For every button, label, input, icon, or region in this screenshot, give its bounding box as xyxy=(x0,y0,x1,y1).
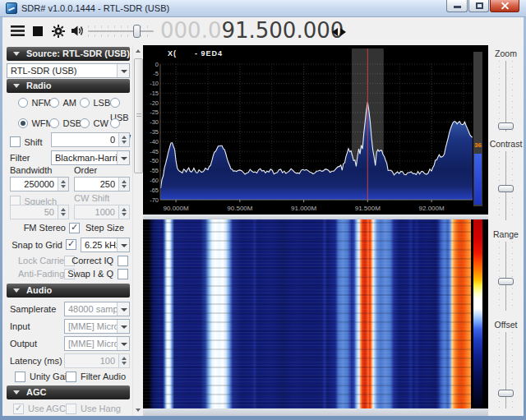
tune-down-icon[interactable] xyxy=(332,28,338,36)
svg-text:-40: -40 xyxy=(150,138,159,145)
svg-text:-30: -30 xyxy=(150,118,159,126)
audio-output-select[interactable]: [MME] Microsoft Soun xyxy=(64,336,130,351)
swap-iq-checkbox[interactable] xyxy=(118,269,128,279)
panel-scrollbar[interactable] xyxy=(132,45,143,416)
scroll-down-icon[interactable] xyxy=(133,404,143,416)
svg-text:-55: -55 xyxy=(150,167,159,174)
titlebar[interactable]: SDR# v1.0.0.1444 - RTL-SDR (USB) xyxy=(0,0,526,17)
maximize-button[interactable] xyxy=(468,0,489,12)
unity-gain-checkbox[interactable] xyxy=(15,372,25,382)
use-agc-checkbox xyxy=(13,404,24,414)
spinner-icon[interactable] xyxy=(118,133,129,146)
spectrum-panel[interactable]: X(- 9ED4 0-5-10-15-20-25-30-35-40-45-50-… xyxy=(143,45,488,215)
waterfall-color-scale xyxy=(473,219,482,408)
menu-icon[interactable] xyxy=(11,25,25,37)
frequency-leading-zeros: 000.0 xyxy=(160,18,221,43)
collapse-icon xyxy=(13,52,20,56)
radio-usb[interactable] xyxy=(110,98,120,108)
close-icon xyxy=(501,2,510,11)
offset-slider[interactable]: Offset xyxy=(488,320,524,410)
zoom-slider-label: Zoom xyxy=(488,48,524,58)
svg-text:-15: -15 xyxy=(150,90,159,97)
spinner-icon[interactable] xyxy=(118,178,129,191)
use-hang-checkbox xyxy=(66,404,76,414)
minimize-icon xyxy=(454,6,461,8)
volume-track xyxy=(88,30,154,32)
cw-shift-input xyxy=(74,205,130,219)
settings-gear-icon[interactable] xyxy=(51,24,66,39)
range-slider-thumb[interactable] xyxy=(498,278,514,285)
radio-lsb[interactable] xyxy=(80,98,90,108)
dropdown-arrow-icon xyxy=(117,238,129,252)
shift-checkbox[interactable] xyxy=(10,136,21,147)
spinner-icon[interactable] xyxy=(118,354,129,367)
section-header-source[interactable]: Source: RTL-SDR (USB) xyxy=(7,47,130,61)
bandwidth-input[interactable] xyxy=(10,177,69,192)
radio-am[interactable] xyxy=(49,98,59,108)
scroll-up-icon[interactable] xyxy=(133,45,143,57)
frequency-display[interactable]: 000.091.500.000 xyxy=(160,18,344,44)
volume-slider[interactable] xyxy=(88,25,154,38)
svg-text:-65: -65 xyxy=(150,187,159,194)
dropdown-arrow-icon xyxy=(117,151,129,164)
mode-row-2: WFM DSB CW RAW xyxy=(7,115,130,128)
zoom-slider[interactable]: Zoom xyxy=(488,48,524,133)
step-size-select[interactable]: 6.25 kHz xyxy=(81,238,130,252)
section-header-audio[interactable]: Audio xyxy=(7,284,130,298)
spectrum-plot[interactable]: 0-5-10-15-20-25-30-35-40-45-50-55-60-65-… xyxy=(143,45,488,215)
spinner-icon xyxy=(118,205,129,219)
stop-button[interactable] xyxy=(33,26,43,36)
svg-text:92.000M: 92.000M xyxy=(419,205,445,212)
offset-slider-label: Offset xyxy=(488,320,524,330)
minimize-button[interactable] xyxy=(446,0,468,12)
volume-thumb[interactable] xyxy=(133,25,141,38)
correct-iq-checkbox[interactable] xyxy=(118,256,128,266)
radio-wfm[interactable] xyxy=(18,118,28,128)
radio-nfm[interactable] xyxy=(18,98,28,108)
svg-text:-60: -60 xyxy=(150,177,159,184)
fm-stereo-checkbox[interactable] xyxy=(69,223,80,233)
speaker-icon[interactable] xyxy=(72,25,85,36)
svg-text:90.000M: 90.000M xyxy=(164,205,189,212)
app-window: SDR# v1.0.0.1444 - RTL-SDR (USB) xyxy=(0,0,526,420)
shift-input[interactable] xyxy=(51,132,130,147)
section-header-agc[interactable]: AGC xyxy=(7,385,130,399)
waterfall[interactable] xyxy=(143,219,471,408)
spinner-icon xyxy=(58,205,68,219)
waterfall-texture xyxy=(143,219,471,408)
app-icon xyxy=(6,2,17,14)
tune-up-icon[interactable] xyxy=(340,28,346,36)
svg-text:-45: -45 xyxy=(150,148,159,155)
dropdown-arrow-icon xyxy=(117,337,129,350)
svg-text:-10: -10 xyxy=(150,80,159,87)
frequency-value: 91.500.000 xyxy=(221,18,344,43)
source-device-select[interactable]: RTL-SDR (USB) xyxy=(7,63,130,78)
radio-raw[interactable] xyxy=(110,118,120,128)
spinner-icon[interactable] xyxy=(58,178,68,191)
filter-select[interactable]: Blackman-Harris 4 xyxy=(51,150,130,165)
contrast-slider-thumb[interactable] xyxy=(498,185,514,192)
radio-dsb[interactable] xyxy=(49,118,59,128)
squelch-input xyxy=(10,205,69,219)
window-title: SDR# v1.0.0.1444 - RTL-SDR (USB) xyxy=(21,3,169,13)
snr-meter-fill xyxy=(474,154,482,205)
order-input[interactable] xyxy=(74,177,130,192)
contrast-slider[interactable]: Contrast xyxy=(488,139,524,222)
radio-cw[interactable] xyxy=(80,118,90,128)
offset-slider-thumb[interactable] xyxy=(498,390,514,397)
samplerate-select[interactable]: 48000 sample/sec xyxy=(64,302,130,316)
scrollbar-thumb[interactable] xyxy=(134,58,143,173)
range-slider[interactable]: Range xyxy=(488,229,524,312)
zoom-slider-thumb[interactable] xyxy=(498,122,514,130)
audio-input-select[interactable]: [MME] Microsoft Soun xyxy=(64,319,130,334)
snap-to-grid-checkbox[interactable] xyxy=(66,239,76,250)
section-header-radio[interactable]: Radio xyxy=(7,79,130,93)
svg-text:91.000M: 91.000M xyxy=(291,205,316,212)
svg-text:-35: -35 xyxy=(150,128,159,136)
latency-input[interactable] xyxy=(64,353,130,368)
close-button[interactable] xyxy=(490,0,519,12)
filter-audio-checkbox[interactable] xyxy=(66,372,76,382)
snr-value: 36 xyxy=(473,141,482,149)
dropdown-arrow-icon xyxy=(117,302,129,316)
dropdown-arrow-icon xyxy=(117,320,129,333)
